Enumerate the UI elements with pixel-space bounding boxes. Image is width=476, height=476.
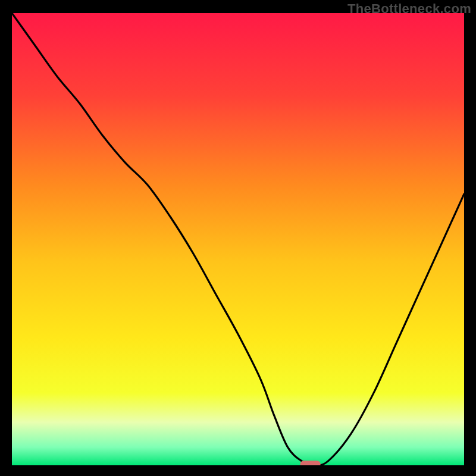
watermark-text: TheBottleneck.com <box>347 1 471 17</box>
optimal-marker <box>300 461 321 465</box>
chart-background <box>12 13 464 465</box>
chart-plot-area <box>12 13 464 465</box>
chart-frame: TheBottleneck.com <box>0 0 476 476</box>
chart-svg <box>12 13 464 465</box>
